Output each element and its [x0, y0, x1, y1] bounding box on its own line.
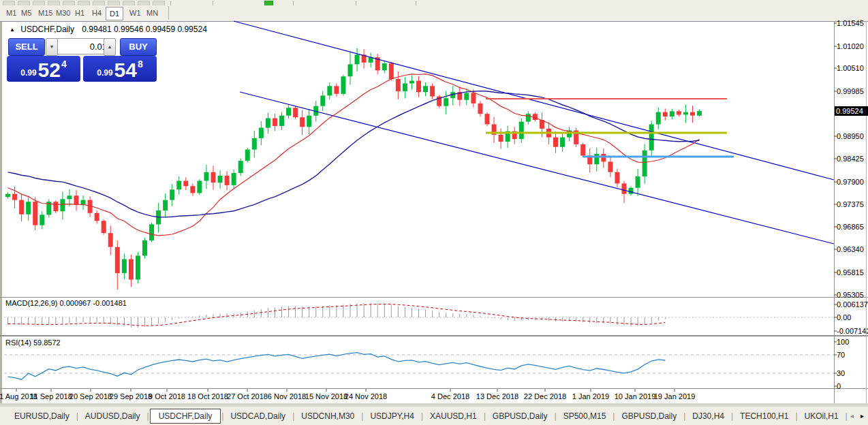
date-axis-label: 24 Nov 2018 — [345, 392, 387, 400]
sell-price-small: 0.99 — [20, 68, 36, 78]
macd-label: MACD(12,26,9) 0.000967 -0.001481 — [5, 299, 127, 307]
date-axis-label: 1 Jan 2019 — [572, 392, 609, 400]
price-axis-label: 1.00510 — [837, 64, 864, 72]
buy-button[interactable]: BUY — [120, 38, 157, 56]
date-axis-label: 10 Jan 2019 — [615, 392, 656, 400]
price-axis-label: 0.96865 — [837, 223, 864, 231]
price-axis-label: 0.96340 — [837, 245, 864, 253]
tab-xauusd-h1[interactable]: XAUUSD,H1 — [424, 409, 483, 423]
buy-price-pip: 8 — [138, 59, 143, 69]
date-axis-label: 11 Sep 2018 — [30, 392, 72, 400]
ohlc-values: 0.99481 0.99546 0.99459 0.99524 — [82, 25, 207, 34]
date-axis-label: 9 Oct 2018 — [149, 392, 185, 400]
tab-eurusd-daily[interactable]: EURUSD,Daily — [8, 409, 76, 423]
macd-axis-label: 0.006137 — [837, 300, 868, 309]
tab-audusd-daily[interactable]: AUDUSD,Daily — [79, 409, 146, 423]
price-axis-label: 0.98425 — [837, 155, 864, 163]
date-axis-label: 19 Jan 2019 — [654, 392, 696, 400]
tab-usdchf-daily[interactable]: USDCHF,Daily — [150, 409, 221, 424]
tab-usdcnh-m30[interactable]: USDCNH,M30 — [295, 409, 360, 423]
tab-scroll-arrows: ◂▸ — [850, 412, 864, 420]
triangle-up-icon: ▲ — [108, 44, 112, 49]
date-axis-label: 4 Dec 2018 — [431, 392, 469, 400]
price-axis-label: 0.95815 — [837, 268, 864, 277]
tab-scroll-left-icon[interactable]: ◂ — [850, 412, 854, 420]
symbol-period-label: USDCHF,Daily — [20, 25, 74, 34]
tab-separator: | — [845, 411, 848, 421]
one-click-trading-panel: SELL ▼ ▲ BUY 0.99 52 4 0.99 54 8 — [7, 37, 157, 82]
date-axis-label: 15 Nov 2018 — [305, 392, 347, 400]
tab-dj30-h4[interactable]: DJ30,H4 — [686, 409, 730, 423]
date-axis-label: 18 Oct 2018 — [187, 392, 228, 400]
macd-axis-label: -0.007142 — [837, 327, 868, 335]
tab-tech100-h1[interactable]: TECH100,H1 — [734, 409, 794, 423]
price-axis-label: 0.95305 — [837, 291, 864, 299]
tab-gbpusd-daily[interactable]: GBPUSD,Daily — [615, 409, 683, 423]
date-axis-label: 29 Sep 2018 — [110, 392, 152, 400]
tab-usdjpy-h4[interactable]: USDJPY,H4 — [364, 409, 420, 423]
terminal-window: M1M5M15M30H1H4D1W1MN ▲ USDCHF,Daily 0.99… — [0, 0, 868, 425]
price-axis-label: 0.97900 — [837, 178, 864, 186]
rsi-axis-label: 0 — [837, 382, 841, 390]
triangle-down-icon: ▼ — [50, 44, 55, 49]
candles — [5, 48, 702, 289]
price-axis-label: 1.01020 — [837, 42, 864, 50]
current-price-badge: 0.99524 — [835, 106, 868, 116]
rsi-axis-label: 70 — [837, 351, 845, 359]
tab-scroll-right-icon[interactable]: ▸ — [861, 412, 864, 420]
date-axis-label: 22 Dec 2018 — [524, 392, 566, 400]
chart-tab-bar: EURUSD,Daily|AUDUSD,Daily|USDCHF,Daily|U… — [0, 407, 868, 425]
chart-title: ▲ USDCHF,Daily 0.99481 0.99546 0.99459 0… — [10, 25, 207, 34]
volume-down-button[interactable]: ▼ — [46, 38, 58, 56]
price-axis-label: 1.01545 — [837, 19, 864, 27]
sell-button[interactable]: SELL — [8, 38, 45, 56]
price-axis-label: 0.97375 — [837, 200, 864, 208]
price-axis-label: 0.98950 — [837, 132, 864, 140]
buy-price-box[interactable]: 0.99 54 8 — [83, 56, 157, 82]
tab-ukoil-h1[interactable]: UKOil,H1 — [799, 409, 845, 423]
sell-price-big: 52 — [38, 59, 61, 82]
rsi-line — [8, 353, 666, 380]
rsi-axis-label: 100 — [837, 338, 849, 346]
tab-sp500-m15[interactable]: SP500,M15 — [557, 409, 613, 423]
buy-price-small: 0.99 — [97, 68, 112, 78]
sell-price-box[interactable]: 0.99 52 4 — [7, 56, 80, 82]
rsi-axis-label: 30 — [837, 369, 845, 377]
macd-axis-label: 0.00 — [837, 313, 851, 321]
date-axis-label: 20 Sep 2018 — [69, 392, 112, 400]
buy-price-big: 54 — [114, 59, 137, 82]
tab-usdcad-daily[interactable]: USDCAD,Daily — [224, 409, 292, 423]
tab-gbpusd-daily[interactable]: GBPUSD,Daily — [486, 409, 554, 423]
date-axis-label: 13 Dec 2018 — [476, 392, 518, 400]
sell-price-pip: 4 — [61, 59, 67, 69]
rsi-label: RSI(14) 59.8572 — [5, 339, 61, 347]
volume-up-button[interactable]: ▲ — [104, 38, 116, 56]
date-axis-label: 27 Oct 2018 — [227, 392, 268, 400]
date-axis-label: 6 Nov 2018 — [268, 392, 306, 400]
collapse-panel-icon[interactable]: ▲ — [10, 27, 15, 33]
price-axis-label: 0.99985 — [837, 87, 864, 95]
